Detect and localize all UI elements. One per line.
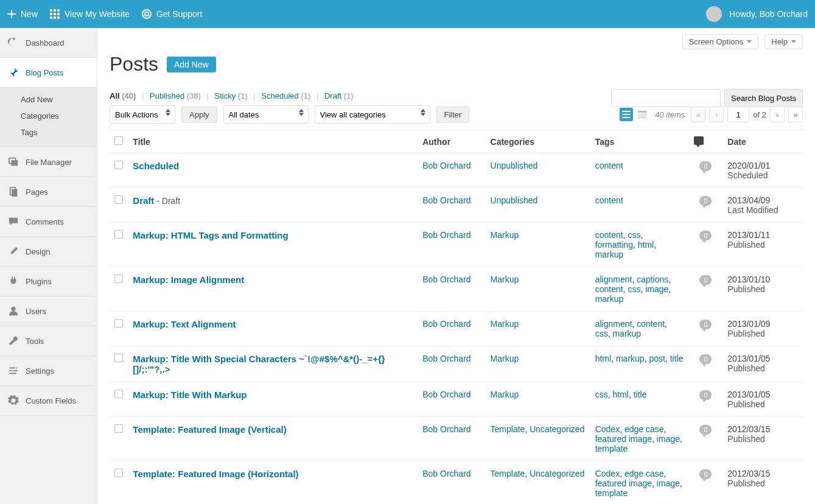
link[interactable]: html — [595, 354, 611, 363]
link[interactable]: css — [595, 390, 608, 399]
row-checkbox[interactable] — [114, 195, 123, 204]
author-link[interactable]: Bob Orchard — [422, 195, 470, 205]
link[interactable]: content — [595, 284, 623, 294]
link[interactable]: template — [595, 444, 628, 453]
post-title-link[interactable]: Markup: Title With Markup — [133, 390, 247, 400]
post-title-link[interactable]: Markup: HTML Tags and Formatting — [133, 230, 288, 240]
sidebar-item-tools[interactable]: Tools — [0, 326, 97, 356]
post-title-link[interactable]: Template: Featured Image (Vertical) — [133, 424, 286, 435]
post-title-link[interactable]: Draft — [133, 195, 154, 206]
link[interactable]: image — [645, 284, 668, 294]
view-excerpt-button[interactable] — [635, 108, 649, 121]
sidebar-item-blog-posts[interactable]: Blog Posts — [0, 58, 97, 88]
pager-prev[interactable]: ‹ — [709, 107, 724, 122]
row-checkbox[interactable] — [114, 469, 123, 477]
pager-next[interactable]: › — [770, 107, 785, 122]
link[interactable]: markup — [616, 354, 645, 363]
sidebar-item-users[interactable]: Users — [0, 296, 97, 326]
row-checkbox[interactable] — [114, 390, 123, 398]
row-checkbox[interactable] — [114, 354, 123, 362]
sidebar-item-comments[interactable]: Comments — [0, 207, 97, 237]
link[interactable]: content — [595, 230, 623, 240]
link[interactable]: html — [638, 240, 654, 250]
filter-sticky[interactable]: Sticky (1) — [215, 91, 248, 100]
category-filter-select[interactable]: View all categories — [315, 105, 430, 124]
link[interactable]: markup — [595, 250, 624, 259]
view-site-button[interactable]: View My Website — [50, 9, 130, 19]
link[interactable]: featured image — [595, 478, 652, 488]
avatar[interactable] — [706, 6, 722, 22]
link[interactable]: title — [670, 354, 684, 363]
col-header-tags[interactable]: Tags — [590, 130, 689, 153]
link[interactable]: alignment — [595, 319, 632, 329]
col-header-date[interactable]: Date — [722, 130, 803, 153]
bulk-actions-select[interactable]: Bulk Actions — [110, 105, 175, 124]
link[interactable]: alignment — [595, 275, 632, 284]
date-filter-select[interactable]: All dates — [223, 105, 309, 124]
link[interactable]: html — [612, 390, 628, 399]
link[interactable]: content — [595, 195, 623, 205]
comment-count[interactable]: 0 — [699, 275, 712, 285]
comment-count[interactable]: 0 — [699, 320, 712, 329]
sidebar-item-file-manager[interactable]: File Manager — [0, 147, 97, 177]
link[interactable]: featured image — [595, 434, 652, 444]
support-button[interactable]: Get Support — [142, 9, 203, 19]
post-title-link[interactable]: Scheduled — [133, 161, 179, 171]
link[interactable]: markup — [612, 329, 641, 338]
help-button[interactable]: Help — [764, 34, 803, 49]
author-link[interactable]: Bob Orchard — [422, 390, 470, 399]
link[interactable]: Unpublished — [491, 195, 538, 205]
author-link[interactable]: Bob Orchard — [422, 230, 470, 240]
link[interactable]: Template — [491, 424, 525, 434]
col-header-title[interactable]: Title — [128, 130, 418, 153]
link[interactable]: image — [657, 478, 680, 488]
link[interactable]: Template — [491, 469, 525, 478]
sidebar-item-pages[interactable]: Pages — [0, 177, 97, 207]
link[interactable]: Uncategorized — [530, 469, 584, 478]
sidebar-item-settings[interactable]: Settings — [0, 356, 97, 386]
new-button[interactable]: New — [7, 9, 38, 19]
sidebar-sub-add-new[interactable]: Add New — [0, 91, 97, 108]
search-button[interactable]: Search Blog Posts — [724, 89, 803, 107]
row-checkbox[interactable] — [114, 275, 123, 283]
post-title-link[interactable]: Markup: Image Alignment — [133, 275, 244, 285]
post-title-link[interactable]: Markup: Title With Special Characters ~`… — [133, 354, 385, 374]
filter-all[interactable]: All (40) — [110, 91, 136, 100]
link[interactable]: css — [628, 284, 640, 294]
sidebar-sub-categories[interactable]: Categories — [0, 108, 97, 124]
link[interactable]: edge case — [624, 424, 664, 434]
post-title-link[interactable]: Markup: Text Alignment — [133, 319, 236, 329]
pager-last[interactable]: » — [788, 107, 803, 122]
sidebar-item-design[interactable]: Design — [0, 237, 97, 267]
screen-options-button[interactable]: Screen Options — [682, 34, 759, 49]
filter-published[interactable]: Published (38) — [150, 91, 201, 100]
link[interactable]: content — [637, 319, 665, 329]
filter-button[interactable]: Filter — [436, 107, 470, 123]
search-input[interactable] — [611, 89, 721, 107]
link[interactable]: css — [628, 230, 640, 240]
row-checkbox[interactable] — [114, 424, 123, 433]
link[interactable]: title — [634, 390, 647, 399]
link[interactable]: template — [595, 488, 628, 498]
comment-count[interactable]: 0 — [699, 231, 712, 240]
link[interactable]: markup — [595, 294, 624, 304]
comment-count[interactable]: 0 — [699, 390, 712, 400]
sidebar-item-dashboard[interactable]: Dashboard — [0, 28, 97, 58]
comment-count[interactable]: 0 — [699, 354, 712, 364]
link[interactable]: Codex — [595, 424, 620, 434]
author-link[interactable]: Bob Orchard — [422, 424, 470, 434]
author-link[interactable]: Bob Orchard — [422, 275, 470, 284]
comment-count[interactable]: 0 — [699, 469, 712, 479]
author-link[interactable]: Bob Orchard — [422, 469, 470, 478]
author-link[interactable]: Bob Orchard — [422, 161, 470, 170]
author-link[interactable]: Bob Orchard — [422, 319, 470, 329]
link[interactable]: Uncategorized — [530, 424, 584, 434]
link[interactable]: Codex — [595, 469, 620, 478]
author-link[interactable]: Bob Orchard — [422, 354, 470, 363]
link[interactable]: Unpublished — [491, 161, 538, 170]
sidebar-sub-tags[interactable]: Tags — [0, 124, 97, 141]
filter-draft[interactable]: Draft (1) — [324, 91, 354, 100]
sidebar-item-plugins[interactable]: Plugins — [0, 267, 97, 296]
add-new-button[interactable]: Add New — [167, 57, 216, 72]
row-checkbox[interactable] — [114, 230, 123, 239]
